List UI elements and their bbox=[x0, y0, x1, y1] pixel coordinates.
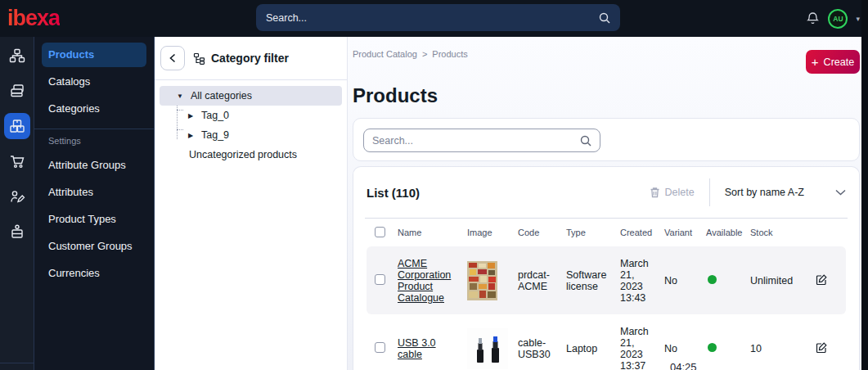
product-stock: Unlimited bbox=[750, 268, 816, 293]
edit-icon bbox=[816, 273, 828, 286]
notifications-bell-icon[interactable] bbox=[806, 11, 820, 25]
product-search-input[interactable] bbox=[372, 135, 580, 147]
menu-divider bbox=[34, 129, 154, 129]
chevron-left-icon bbox=[169, 53, 177, 63]
rail-divider bbox=[0, 363, 34, 363]
search-icon bbox=[580, 135, 591, 147]
select-all-checkbox[interactable] bbox=[375, 227, 385, 237]
tree-item-all-categories[interactable]: ▼ All categories bbox=[160, 86, 342, 106]
col-name: Name bbox=[398, 228, 467, 237]
caret-right-icon[interactable]: ▶ bbox=[187, 132, 195, 139]
col-image: Image bbox=[467, 228, 518, 237]
table-row[interactable]: USB 3.0 cable cable-USB30 Laptop March 2… bbox=[367, 314, 846, 370]
product-catalog-icon[interactable] bbox=[4, 113, 30, 139]
search-icon bbox=[599, 12, 610, 24]
clipped-row-text: 04:25 bbox=[670, 361, 697, 370]
row-checkbox[interactable] bbox=[375, 342, 385, 353]
tree-item-uncategorized[interactable]: Uncategorized products bbox=[160, 145, 342, 165]
edit-button[interactable] bbox=[816, 273, 828, 288]
sidebar-item-product-types[interactable]: Product Types bbox=[42, 207, 146, 232]
sidebar-item-products[interactable]: Products bbox=[42, 43, 146, 67]
global-search-input[interactable] bbox=[266, 12, 599, 24]
sidebar-menu: Products Catalogs Categories Settings At… bbox=[34, 37, 155, 370]
tree-item-tag-9[interactable]: ▶ Tag_9 bbox=[160, 125, 342, 145]
product-code: prdcat-ACME bbox=[518, 263, 566, 299]
tree-item-tag-0[interactable]: ▶ Tag_0 bbox=[160, 106, 342, 125]
topbar: ibexa AU ▾ bbox=[0, 0, 868, 37]
breadcrumb: Product Catalog > Products bbox=[353, 49, 468, 59]
content-pages-icon[interactable] bbox=[4, 78, 30, 104]
cart-icon[interactable] bbox=[4, 148, 30, 174]
list-title: List (110) bbox=[367, 186, 420, 200]
category-filter-panel: Category filter ▼ All categories ▶ Tag_0… bbox=[155, 37, 348, 370]
product-type: Software license bbox=[566, 263, 620, 299]
breadcrumb-separator: > bbox=[422, 49, 427, 59]
row-checkbox[interactable] bbox=[375, 274, 385, 285]
sidebar-item-attribute-groups[interactable]: Attribute Groups bbox=[42, 153, 146, 178]
storefront-icon[interactable] bbox=[4, 219, 30, 245]
caret-right-icon[interactable]: ▶ bbox=[187, 112, 195, 120]
product-created: March 21, 2023 13:37 bbox=[620, 319, 664, 370]
category-tree-icon bbox=[193, 52, 205, 65]
plus-icon: + bbox=[812, 56, 819, 68]
col-created: Created bbox=[620, 228, 664, 237]
product-created: March 21, 2023 13:43 bbox=[620, 251, 664, 310]
page-title: Products bbox=[353, 84, 438, 107]
window-edge bbox=[861, 0, 868, 370]
table-row[interactable]: ACME Corporation Product Catalogue prdca… bbox=[367, 246, 846, 314]
create-button[interactable]: + Create bbox=[806, 50, 860, 74]
ibexa-logo: ibexa bbox=[7, 6, 60, 31]
sidebar-item-customer-groups[interactable]: Customer Groups bbox=[42, 234, 146, 259]
collapse-panel-button[interactable] bbox=[160, 46, 185, 70]
edit-icon bbox=[816, 341, 828, 354]
icon-rail bbox=[0, 37, 34, 370]
product-name-link[interactable]: ACME Corporation Product Catalogue bbox=[398, 258, 451, 304]
product-stock: 10 bbox=[750, 336, 816, 361]
available-indicator bbox=[708, 275, 717, 284]
product-variant: No bbox=[664, 336, 706, 361]
sort-dropdown[interactable]: Sort by name A-Z bbox=[725, 187, 846, 198]
edit-button[interactable] bbox=[816, 341, 828, 356]
category-filter-title: Category filter bbox=[193, 52, 289, 65]
customer-edit-icon[interactable] bbox=[4, 183, 30, 210]
product-variant: No bbox=[664, 268, 706, 293]
col-type: Type bbox=[566, 228, 620, 237]
breadcrumb-current: Products bbox=[432, 49, 467, 59]
chevron-down-icon bbox=[835, 189, 846, 196]
trash-icon bbox=[650, 187, 660, 198]
main-content: Product Catalog > Products + Create Prod… bbox=[348, 37, 861, 370]
col-variant: Variant bbox=[664, 228, 706, 237]
table-header: Name Image Code Type Created Variant Ava… bbox=[367, 219, 846, 246]
sidebar-item-currencies[interactable]: Currencies bbox=[42, 261, 146, 286]
product-list-card: List (110) Delete Sort by name A-Z Name … bbox=[353, 166, 860, 370]
product-search-field[interactable] bbox=[363, 129, 600, 152]
sidebar-item-categories[interactable]: Categories bbox=[42, 97, 146, 121]
breadcrumb-parent[interactable]: Product Catalog bbox=[353, 49, 417, 59]
settings-section-label: Settings bbox=[34, 136, 154, 146]
sidebar-item-attributes[interactable]: Attributes bbox=[42, 180, 146, 205]
caret-down-icon[interactable]: ▼ bbox=[176, 92, 184, 100]
product-thumbnail bbox=[467, 328, 508, 369]
product-search-card bbox=[353, 118, 860, 161]
col-code: Code bbox=[518, 228, 566, 237]
delete-button[interactable]: Delete bbox=[650, 187, 695, 198]
global-search[interactable] bbox=[256, 4, 620, 31]
actions-divider bbox=[709, 178, 710, 206]
user-avatar[interactable]: AU bbox=[828, 9, 848, 29]
product-thumbnail bbox=[467, 261, 497, 300]
sitemap-icon[interactable] bbox=[4, 43, 30, 69]
available-indicator bbox=[708, 343, 717, 352]
product-name-link[interactable]: USB 3.0 cable bbox=[398, 337, 436, 360]
category-tree: ▼ All categories ▶ Tag_0 ▶ Tag_9 Uncateg… bbox=[155, 80, 347, 170]
profile-caret-icon[interactable]: ▾ bbox=[856, 15, 860, 23]
sidebar-item-catalogs[interactable]: Catalogs bbox=[42, 70, 146, 94]
product-type: Laptop bbox=[566, 336, 620, 361]
col-stock: Stock bbox=[750, 228, 816, 237]
product-code: cable-USB30 bbox=[518, 331, 566, 367]
col-available: Available bbox=[706, 228, 750, 237]
